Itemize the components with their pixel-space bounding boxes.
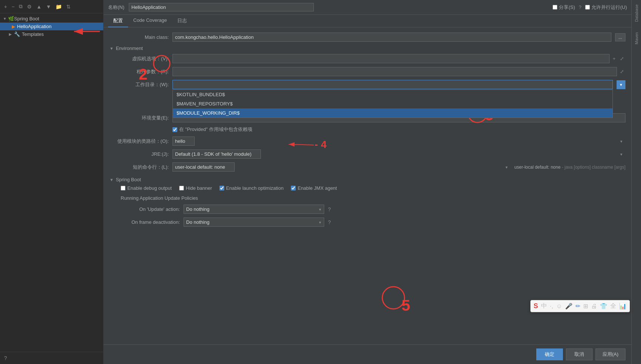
tree-item-spring-boot-group[interactable]: ▼ 🌿 Spring Boot: [0, 15, 103, 23]
tab-configuration[interactable]: 配置: [108, 15, 128, 27]
program-args-label: 程序参数：(R):: [110, 68, 169, 75]
short-cmd-label: 短的命令行：(L):: [110, 164, 169, 171]
working-dir-row: 工作目录：(W): $KOTLIN_BUNDLED$ $MAVEN_REPOSI…: [110, 80, 625, 89]
update-action-help-icon[interactable]: ?: [328, 206, 331, 212]
add-icon[interactable]: +: [3, 3, 8, 10]
spring-boot-icon: 🌿: [8, 16, 14, 21]
include-provided-label-text: 在 "Provided" 作用域中包含依赖项: [179, 126, 252, 133]
config-header: 名称(N) 分享(S) ? 允许并行运行(U): [104, 0, 631, 15]
copy-icon[interactable]: ⧉: [18, 3, 24, 10]
sogou-grid-icon[interactable]: ⊞: [583, 302, 589, 310]
short-cmd-value: user-local default: none - java [options…: [514, 165, 625, 170]
main-class-browse-button[interactable]: ...: [615, 33, 625, 41]
jmx-agent-label: Enable JMX agent: [298, 185, 337, 191]
dropdown-item-module-dir[interactable]: $MODULE_WORKING_DIR$: [173, 108, 613, 118]
policies-title: Running Application Update Policies: [121, 195, 625, 201]
sogou-s-icon[interactable]: S: [533, 301, 539, 311]
share-checkbox[interactable]: [553, 5, 557, 10]
spring-boot-section-header[interactable]: ▼ Spring Boot: [110, 177, 625, 182]
include-provided-checkbox[interactable]: [172, 127, 177, 132]
sogou-chart-icon[interactable]: 📊: [618, 302, 627, 310]
hide-banner-checkbox-label[interactable]: Hide banner: [179, 185, 212, 191]
hide-banner-label: Hide banner: [186, 185, 212, 191]
jmx-agent-checkbox[interactable]: [291, 186, 296, 191]
include-provided-checkbox-label[interactable]: 在 "Provided" 作用域中包含依赖项: [172, 126, 252, 133]
vm-options-input[interactable]: [172, 54, 610, 63]
tab-code-coverage[interactable]: Code Coverage: [128, 15, 172, 27]
config-name-input[interactable]: [129, 3, 314, 11]
minus-icon[interactable]: −: [10, 3, 16, 10]
sogou-chinese-icon[interactable]: 中: [540, 301, 548, 311]
args-expand-icon[interactable]: ⤢: [618, 68, 625, 75]
sogou-print-icon[interactable]: 🖨: [590, 302, 598, 310]
settings-icon[interactable]: ⚙: [26, 3, 33, 10]
working-dir-input[interactable]: [172, 80, 613, 89]
short-cmd-select[interactable]: user-local default: none: [172, 162, 235, 172]
update-action-select[interactable]: Do nothing: [184, 205, 324, 214]
vm-options-field: + ⤢: [172, 54, 625, 63]
tree-item-templates[interactable]: ▶ 🔧 Templates: [0, 30, 103, 38]
frame-deactivation-select[interactable]: Do nothing: [184, 218, 324, 227]
sogou-shirt-icon[interactable]: 👕: [599, 302, 608, 310]
jre-select-wrapper: Default (1.8 - SDK of 'hello' module): [172, 149, 625, 159]
frame-deactivation-label: On frame deactivation:: [121, 219, 180, 225]
running-policies-section: Running Application Update Policies On '…: [121, 195, 625, 227]
share-label: 分享(S): [559, 4, 575, 11]
share-help-icon[interactable]: ?: [579, 4, 581, 10]
spring-boot-section: ▼ Spring Boot Enable debug output Hide b…: [110, 177, 625, 227]
parallel-checkbox[interactable]: [585, 5, 590, 10]
launch-optimization-checkbox[interactable]: [219, 186, 224, 191]
working-dir-dropdown-button[interactable]: ▾: [617, 80, 625, 89]
sogou-face-icon[interactable]: ☺: [556, 302, 563, 310]
help-icon-sidebar[interactable]: ?: [3, 354, 8, 362]
update-action-select-wrapper: Do nothing: [184, 205, 324, 214]
share-checkbox-label[interactable]: 分享(S): [553, 4, 575, 11]
frame-deactivation-help-icon[interactable]: ?: [328, 219, 331, 225]
hide-banner-checkbox[interactable]: [179, 186, 184, 191]
launch-optimization-checkbox-label[interactable]: Enable launch optimization: [219, 185, 283, 191]
vm-expand-icon[interactable]: +: [611, 55, 617, 62]
run-configs-tree: ▼ 🌿 Spring Boot ▶ HelloApplication ▶ 🔧 T…: [0, 13, 103, 352]
confirm-button[interactable]: 确定: [536, 348, 563, 360]
main-class-input[interactable]: [172, 33, 611, 42]
working-dir-label: 工作目录：(W):: [110, 81, 169, 88]
short-cmd-row: 短的命令行：(L): user-local default: none user…: [110, 162, 625, 172]
parallel-checkbox-label[interactable]: 允许并行运行(U): [585, 4, 627, 11]
sogou-mic-icon[interactable]: 🎤: [564, 302, 573, 310]
classpath-row: 使用模块的类路径：(O): hello: [110, 136, 625, 146]
short-cmd-wrapper: user-local default: none: [172, 162, 511, 172]
side-tab-database[interactable]: Database: [634, 3, 640, 23]
tree-arrow-spring-boot: ▼: [3, 17, 7, 21]
program-args-input[interactable]: [172, 67, 617, 76]
tree-arrow-templates: ▶: [9, 32, 13, 36]
sort-icon[interactable]: ⇅: [65, 3, 72, 10]
launch-optimization-label: Enable launch optimization: [226, 185, 283, 191]
environment-section-header[interactable]: ▼ Environment: [110, 46, 625, 51]
cancel-button[interactable]: 取消: [566, 348, 593, 360]
up-icon[interactable]: ▲: [35, 3, 43, 10]
side-tab-maven[interactable]: Maven: [634, 31, 640, 46]
templates-icon: 🔧: [14, 31, 20, 37]
hello-application-label: HelloApplication: [17, 24, 51, 29]
apply-button[interactable]: 应用(A): [595, 348, 625, 360]
tree-item-hello-application[interactable]: ▶ HelloApplication: [0, 23, 103, 30]
sogou-dots-icon[interactable]: ·,: [549, 302, 554, 310]
jmx-agent-checkbox-label[interactable]: Enable JMX agent: [291, 185, 337, 191]
vm-options-label: 虚拟机选项：(V):: [110, 55, 169, 62]
dropdown-item-kotlin[interactable]: $KOTLIN_BUNDLED$: [173, 90, 613, 99]
vm-fullscreen-icon[interactable]: ⤢: [618, 55, 625, 62]
sogou-full-icon[interactable]: 全: [610, 301, 617, 311]
classpath-module-select[interactable]: hello: [172, 136, 195, 146]
toolbar: + − ⧉ ⚙ ▲ ▼ 📁 ⇅: [0, 0, 103, 13]
folder-icon[interactable]: 📁: [54, 3, 63, 10]
sogou-pen-icon[interactable]: ✏: [575, 302, 581, 310]
down-icon[interactable]: ▼: [45, 3, 52, 10]
frame-deactivation-row: On frame deactivation: Do nothing ?: [121, 218, 625, 227]
working-dir-dropdown-list: $KOTLIN_BUNDLED$ $MAVEN_REPOSITORY$ $MOD…: [172, 90, 613, 118]
tab-logs[interactable]: 日志: [172, 15, 192, 27]
debug-output-checkbox[interactable]: [121, 186, 125, 191]
spring-boot-checkboxes: Enable debug output Hide banner Enable l…: [121, 185, 625, 191]
jre-select[interactable]: Default (1.8 - SDK of 'hello' module): [172, 149, 261, 159]
dropdown-item-maven[interactable]: $MAVEN_REPOSITORY$: [173, 99, 613, 108]
debug-output-checkbox-label[interactable]: Enable debug output: [121, 185, 172, 191]
